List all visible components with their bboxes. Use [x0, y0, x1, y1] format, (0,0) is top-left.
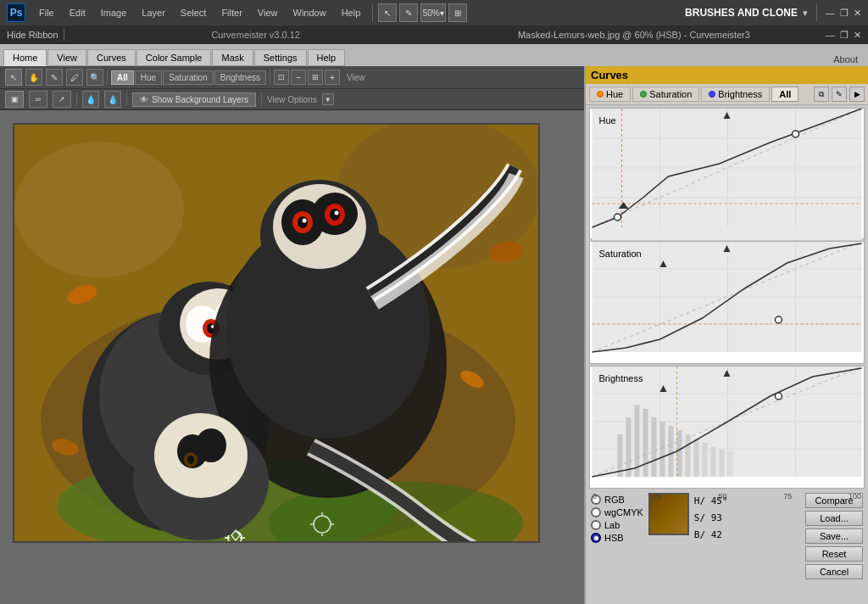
svg-text:Saturation: Saturation [599, 249, 642, 259]
win-close[interactable]: ✕ [854, 30, 861, 41]
menu-image[interactable]: Image [94, 4, 134, 21]
win-min[interactable]: — [826, 30, 835, 40]
sat-tab[interactable]: Saturation [632, 87, 699, 102]
move-icon[interactable]: ↖ [378, 3, 397, 22]
play-icon[interactable]: ▶ [849, 87, 865, 102]
mode-all[interactable]: All [111, 70, 134, 85]
view-icon3[interactable]: ↗ [53, 91, 71, 108]
window-maximize[interactable]: ❐ [840, 8, 849, 19]
color-info-section: RGB wgCMYK Lab HSB [586, 489, 868, 583]
tab-home[interactable]: Home [3, 49, 47, 66]
eyedropper1[interactable]: 💧 [82, 91, 99, 108]
copy-icon[interactable]: ⧉ [814, 87, 829, 102]
menu-filter[interactable]: Filter [214, 4, 248, 21]
tab-view[interactable]: View [47, 49, 86, 66]
bright-tab-label: Brightness [718, 89, 762, 99]
show-bg-label: Show Background Layers [152, 95, 248, 104]
mode-hue[interactable]: Hue [135, 70, 162, 85]
curvemeister-window-bar: Hide Ribbon Curvemeister v3.0.12 Masked-… [0, 25, 868, 44]
app-version-title: Curvemeister v3.0.12 [70, 30, 442, 40]
menu-file[interactable]: File [32, 4, 61, 21]
ps-logo: Ps [7, 3, 25, 22]
all-tab[interactable]: All [771, 87, 798, 102]
radio-hsb[interactable]: HSB [591, 533, 643, 543]
hand-tool[interactable]: ✋ [25, 69, 42, 86]
mode-brightness[interactable]: Brightness [214, 70, 266, 85]
zoom-fit[interactable]: ⊞ [308, 70, 323, 85]
sep3 [261, 92, 262, 106]
menu-select[interactable]: Select [174, 4, 214, 21]
ribbon-toggle[interactable]: Hide Ribbon [7, 30, 58, 40]
bright-chart-container: Brightness 0 25 50 75 100 [586, 365, 868, 489]
svg-point-32 [303, 219, 307, 223]
radio-wgcmyk-circle [591, 507, 601, 517]
magnify-tool[interactable]: 🔍 [86, 69, 103, 86]
menu-help[interactable]: Help [335, 4, 368, 21]
svg-rect-48 [593, 109, 862, 240]
tab-color-sample[interactable]: Color Sample [136, 49, 212, 66]
tab-curves[interactable]: Curves [87, 49, 136, 66]
menu-layer[interactable]: Layer [135, 4, 172, 21]
brush-icon[interactable]: ✎ [399, 3, 418, 22]
nav-tabs-row: Home View Curves Color Sample Mask Setti… [0, 44, 868, 66]
hue-tab[interactable]: Hue [589, 87, 631, 102]
view-icon2[interactable]: ∞ [29, 91, 47, 108]
sep [64, 29, 64, 41]
svg-point-2 [14, 142, 184, 277]
window-close[interactable]: ✕ [854, 8, 861, 19]
menu-view[interactable]: View [251, 4, 285, 21]
brushes-label-area: BRUSHES AND CLONE ▾ — ❐ ✕ [685, 4, 861, 21]
bright-x-axis: 0 25 50 75 100 [590, 491, 864, 501]
zoom-select[interactable]: 50%▾ [420, 3, 446, 22]
pencil-icon[interactable]: ✎ [832, 87, 847, 102]
left-section: ↖ ✋ ✎ 🖊 🔍 All Hue Saturation Brightness … [0, 66, 584, 604]
sep [107, 70, 108, 85]
file-title: Masked-Lemurs-web.jpg @ 60% (HSB) - Curv… [448, 30, 821, 40]
svg-point-41 [187, 456, 194, 464]
save-button[interactable]: Save... [805, 528, 863, 544]
radio-lab[interactable]: Lab [591, 520, 643, 530]
menu-edit[interactable]: Edit [63, 4, 92, 21]
window-minimize[interactable]: — [826, 8, 835, 18]
curves-header: Curves [586, 66, 868, 84]
radio-hsb-dot [594, 536, 598, 540]
brushes-dropdown-icon[interactable]: ▾ [803, 8, 808, 19]
view-label: View [347, 73, 365, 82]
tool-ribbon-1: ↖ ✋ ✎ 🖊 🔍 All Hue Saturation Brightness … [0, 66, 584, 89]
tab-mask[interactable]: Mask [212, 49, 253, 66]
cancel-button[interactable]: Cancel [805, 564, 863, 579]
zoom-reset[interactable]: ⊡ [274, 70, 289, 85]
separator [372, 4, 373, 21]
tab-settings[interactable]: Settings [254, 49, 307, 66]
svg-point-34 [330, 209, 340, 221]
mode-saturation[interactable]: Saturation [163, 70, 214, 85]
menu-window[interactable]: Window [287, 4, 333, 21]
hue-dot [597, 91, 604, 98]
view-options-expand[interactable]: ▼ [322, 93, 334, 105]
svg-text:Hue: Hue [599, 115, 616, 126]
show-bg-layers-btn[interactable]: 👁 Show Background Layers [132, 92, 256, 107]
load-button[interactable]: Load... [805, 511, 863, 526]
reset-button[interactable]: Reset [805, 546, 863, 562]
cursor-tool[interactable]: ↖ [5, 69, 22, 86]
zoom-in[interactable]: + [325, 70, 340, 85]
about-link[interactable]: About [826, 53, 865, 66]
view-icon1[interactable]: ▣ [5, 91, 24, 108]
svg-point-39 [196, 428, 226, 462]
sat-dot [640, 91, 647, 98]
zoom-out[interactable]: − [291, 70, 306, 85]
canvas-area [0, 110, 584, 604]
sat-curve-svg: Saturation [590, 242, 864, 365]
pen-tool[interactable]: 🖊 [66, 69, 83, 86]
tab-help[interactable]: Help [308, 49, 346, 66]
brush-tool[interactable]: ✎ [46, 69, 63, 86]
hue-tab-label: Hue [606, 89, 623, 99]
curves-title: Curves [591, 69, 628, 81]
bright-tab[interactable]: Brightness [701, 87, 770, 102]
win-max[interactable]: ❐ [840, 30, 849, 41]
bright-dot [709, 91, 715, 98]
eyedropper2[interactable]: 💧 [104, 91, 121, 108]
grid-icon[interactable]: ⊞ [448, 3, 467, 22]
b-value: B/ 42 [694, 527, 728, 544]
radio-wgcmyk[interactable]: wgCMYK [591, 507, 643, 517]
